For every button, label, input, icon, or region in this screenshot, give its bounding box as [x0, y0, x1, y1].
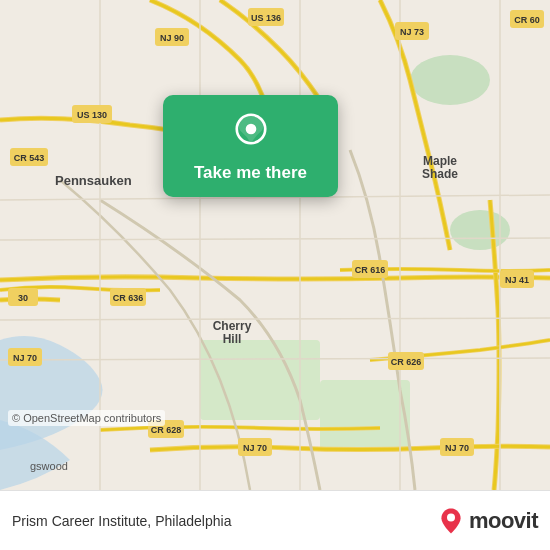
svg-rect-4 — [320, 380, 410, 450]
moovit-pin-icon — [437, 507, 465, 535]
moovit-brand-text: moovit — [469, 508, 538, 534]
location-name: Prism Career Institute, Philadelphia — [12, 513, 231, 529]
svg-text:Pennsauken: Pennsauken — [55, 173, 132, 188]
svg-text:NJ 70: NJ 70 — [243, 443, 267, 453]
svg-text:Cherry: Cherry — [213, 319, 252, 333]
svg-text:US 130: US 130 — [77, 110, 107, 120]
svg-point-52 — [447, 513, 455, 521]
moovit-logo: moovit — [437, 507, 538, 535]
svg-text:NJ 70: NJ 70 — [445, 443, 469, 453]
navigation-popup[interactable]: Take me there — [163, 95, 338, 197]
svg-text:CR 626: CR 626 — [391, 357, 422, 367]
svg-text:NJ 73: NJ 73 — [400, 27, 424, 37]
svg-text:NJ 70: NJ 70 — [13, 353, 37, 363]
svg-text:NJ 90: NJ 90 — [160, 33, 184, 43]
svg-text:Shade: Shade — [422, 167, 458, 181]
svg-text:CR 628: CR 628 — [151, 425, 182, 435]
svg-text:CR 60: CR 60 — [514, 15, 540, 25]
bottom-bar: Prism Career Institute, Philadelphia moo… — [0, 490, 550, 550]
take-me-there-button[interactable]: Take me there — [194, 163, 307, 183]
svg-text:US 136: US 136 — [251, 13, 281, 23]
svg-text:CR 636: CR 636 — [113, 293, 144, 303]
map-attribution: © OpenStreetMap contributors — [8, 410, 165, 426]
svg-text:Hill: Hill — [223, 332, 242, 346]
svg-text:NJ 41: NJ 41 — [505, 275, 529, 285]
svg-text:gswood: gswood — [30, 460, 68, 472]
svg-text:CR 616: CR 616 — [355, 265, 386, 275]
svg-text:30: 30 — [18, 293, 28, 303]
svg-text:Maple: Maple — [423, 154, 457, 168]
svg-text:CR 543: CR 543 — [14, 153, 45, 163]
location-pin-icon — [231, 113, 271, 153]
map-container: NJ 90 US 136 NJ 73 US 130 CR 543 CR 60 3… — [0, 0, 550, 490]
svg-point-1 — [410, 55, 490, 105]
svg-point-3 — [450, 210, 510, 250]
